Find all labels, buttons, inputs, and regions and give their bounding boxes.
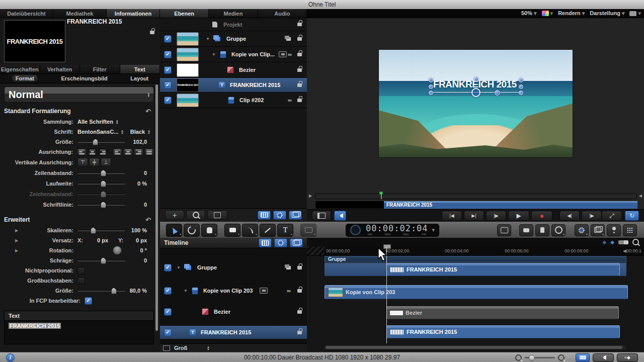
- clip-frankreich-2015-bottom[interactable]: FRANKREICH 2015: [386, 325, 620, 338]
- selection-handle[interactable]: [519, 78, 523, 82]
- show-video-track-button[interactable]: [576, 353, 590, 362]
- valign-middle-button[interactable]: ╪: [89, 158, 100, 166]
- playhead-pin-head[interactable]: [379, 192, 383, 195]
- mini-timeline-scrubber[interactable]: ▶ ◀: [307, 192, 644, 200]
- lock-icon[interactable]: [297, 289, 302, 293]
- zoom-level-dropdown[interactable]: 50% ▾: [521, 10, 537, 17]
- selection-handle[interactable]: [429, 90, 433, 95]
- selection-handle[interactable]: [474, 77, 478, 81]
- schraege-slider[interactable]: [77, 257, 125, 263]
- go-to-end-button[interactable]: ▶|: [464, 211, 484, 221]
- tab-informationen[interactable]: Informationen: [107, 9, 160, 18]
- laufweite-value[interactable]: 0 %: [137, 180, 154, 187]
- justify-last-right-button[interactable]: [134, 148, 143, 156]
- selection-handle[interactable]: [429, 84, 433, 89]
- timeline-hscrollbar-thumb[interactable]: [326, 346, 622, 349]
- search-button[interactable]: [186, 210, 205, 220]
- lock-icon[interactable]: [297, 23, 302, 26]
- zeilenabstand-value[interactable]: 0: [144, 170, 154, 176]
- zeichenabstand-slider[interactable]: [77, 191, 125, 197]
- disclosure-icon[interactable]: ▼: [184, 289, 188, 293]
- show-project-pane-button[interactable]: [312, 211, 331, 221]
- anchor-point-handle[interactable]: [471, 88, 480, 97]
- step-back-button[interactable]: ◀|: [559, 211, 580, 221]
- stepper-icon[interactable]: ▴▾: [207, 345, 209, 350]
- line-tool-button[interactable]: [260, 224, 276, 237]
- link-icon[interactable]: ∞: [287, 288, 291, 294]
- nichtproportional-checkbox[interactable]: [77, 267, 85, 275]
- visibility-checkbox[interactable]: ✓: [164, 81, 172, 89]
- rotation-dial[interactable]: [113, 246, 122, 255]
- fcp-bearbeitbar-checkbox[interactable]: ✓: [85, 297, 92, 305]
- justify-all-button[interactable]: [144, 148, 154, 156]
- tab-dateiuebersicht[interactable]: Dateiübersicht: [0, 9, 53, 18]
- tab-ebenen[interactable]: Ebenen: [160, 9, 209, 18]
- go-to-start-button[interactable]: |◀: [442, 211, 462, 221]
- show-filters-button[interactable]: [289, 211, 302, 220]
- scrub-left-icon[interactable]: ▶: [309, 194, 312, 198]
- versatz-x-value[interactable]: 0 px: [97, 237, 108, 243]
- valign-top-button[interactable]: ⊤: [77, 158, 88, 166]
- subtab-format[interactable]: Format: [12, 74, 38, 82]
- show-audio-track-button[interactable]: [593, 353, 614, 362]
- timecode-display[interactable]: 00:00:02:04 HR MIN SEC FR ▾: [346, 224, 439, 237]
- tab-audio[interactable]: Audio: [258, 9, 307, 18]
- step-forward-button[interactable]: |▶: [582, 211, 602, 221]
- audio-mute-button[interactable]: [334, 211, 346, 221]
- zoom-out-icon[interactable]: [515, 354, 522, 361]
- tab-filter[interactable]: Filter: [80, 65, 120, 73]
- timecode-value[interactable]: 00:00:02:04: [366, 224, 428, 233]
- timeline-row-gruppe[interactable]: ✓ ▼ Gruppe: [160, 261, 307, 274]
- laufweite-slider[interactable]: [77, 180, 125, 187]
- timeline-zoom-icon[interactable]: [632, 239, 639, 245]
- lock-icon[interactable]: [297, 37, 302, 41]
- timeline-show-behaviors-button[interactable]: [274, 238, 287, 247]
- schrift-dropdown[interactable]: BentonSansC...: [77, 129, 118, 135]
- groesse-value[interactable]: 102,0: [133, 139, 154, 145]
- visibility-checkbox[interactable]: ✓: [164, 51, 172, 58]
- text-entry-value[interactable]: FRANKREICH 2015: [9, 323, 61, 329]
- subtab-layout[interactable]: Layout: [130, 75, 148, 81]
- selection-handle[interactable]: [519, 90, 523, 95]
- groesse-prozent-value[interactable]: 80,0 %: [130, 288, 154, 294]
- disclosure-icon[interactable]: ▼: [212, 52, 216, 57]
- style-preset-dropdown[interactable]: Normal ▴▾: [4, 86, 154, 103]
- window-titlebar[interactable]: Ohne Titel: [0, 0, 644, 10]
- disclosure-icon[interactable]: ▼: [206, 37, 210, 41]
- add-layer-button[interactable]: +: [165, 210, 184, 220]
- timeline-show-masks-button[interactable]: [259, 238, 272, 247]
- lock-icon[interactable]: [297, 310, 302, 314]
- play-from-start-button[interactable]: |▶: [486, 211, 506, 221]
- list-view-button[interactable]: [207, 210, 227, 220]
- record-button[interactable]: ●: [531, 211, 552, 221]
- schriftlinie-slider[interactable]: [77, 202, 125, 208]
- text-entry-box[interactable]: FRANKREICH 2015: [4, 320, 154, 344]
- show-keyframes-button[interactable]: «◆: [617, 353, 638, 362]
- scrubber-track[interactable]: [315, 194, 637, 199]
- rotation-value[interactable]: 0 °: [140, 247, 154, 253]
- tab-mediathek[interactable]: Mediathek: [53, 9, 107, 18]
- visibility-checkbox[interactable]: ✓: [164, 264, 172, 272]
- layer-row-kopie-von-clip[interactable]: ✓ ▼ Kopie von Clip... ∞: [160, 47, 307, 62]
- scrub-right-icon[interactable]: ◀: [639, 194, 642, 198]
- disclosure-icon[interactable]: ▼: [177, 265, 181, 270]
- stepper-icon[interactable]: ▴▾: [148, 129, 150, 134]
- behaviors-dropdown-button[interactable]: ▾: [575, 224, 589, 236]
- layer-row-projekt[interactable]: Projekt: [160, 18, 307, 31]
- retiming-dropdown-button[interactable]: ▾: [551, 224, 566, 236]
- play-button[interactable]: ▶: [508, 211, 529, 221]
- rotation-handle[interactable]: [495, 90, 500, 96]
- lock-icon[interactable]: [297, 266, 302, 269]
- grossbuchstaben-checkbox[interactable]: [77, 277, 85, 285]
- blend-stack-icon[interactable]: [286, 37, 291, 41]
- schrift-weight-dropdown[interactable]: Black: [130, 129, 145, 135]
- bezier-pen-tool-button[interactable]: ▾: [242, 224, 258, 237]
- fullscreen-button[interactable]: ⤢: [602, 211, 622, 221]
- disclosure-icon[interactable]: ▶: [4, 248, 22, 253]
- timeline-zoom-slider[interactable]: [525, 357, 555, 358]
- tab-eigenschaften[interactable]: Eigenschaften: [0, 65, 40, 73]
- mask-tool-button[interactable]: ▾: [300, 224, 316, 237]
- groesse-slider[interactable]: [77, 139, 125, 145]
- tab-text[interactable]: Text: [120, 65, 160, 73]
- lock-icon[interactable]: [297, 53, 302, 56]
